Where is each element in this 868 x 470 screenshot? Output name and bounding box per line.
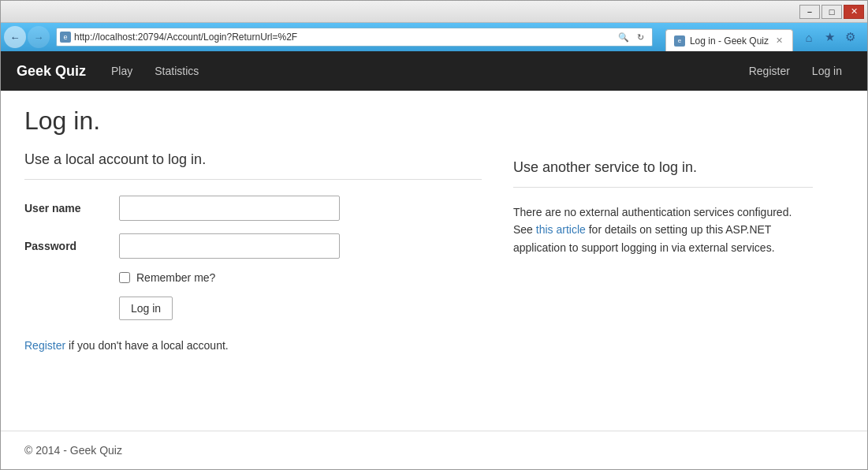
search-icon[interactable]: 🔍: [616, 29, 631, 45]
external-info-text: There are no external authentication ser…: [513, 203, 813, 256]
login-button[interactable]: Log in: [119, 297, 173, 320]
register-link[interactable]: Register: [24, 339, 65, 352]
nav-login-link[interactable]: Log in: [803, 60, 851, 82]
refresh-icon[interactable]: ↻: [633, 29, 649, 45]
browser-window: − □ ✕ ← → e http://localhost:20794/Accou…: [0, 0, 868, 470]
register-suffix-text: if you don't have a local account.: [69, 339, 229, 352]
tab-title: Log in - Geek Quiz: [690, 35, 769, 47]
nav-play-link[interactable]: Play: [102, 60, 142, 82]
address-bar[interactable]: e http://localhost:20794/Account/Login?R…: [56, 28, 653, 47]
title-bar: − □ ✕: [1, 1, 867, 23]
external-section-title: Use another service to log in.: [513, 159, 813, 176]
active-tab[interactable]: e Log in - Geek Quiz ✕: [665, 29, 793, 51]
nav-register-link[interactable]: Register: [739, 60, 799, 82]
home-icon[interactable]: ⌂: [801, 29, 817, 45]
footer-text: © 2014 - Geek Quiz: [24, 444, 122, 457]
title-bar-buttons: − □ ✕: [799, 5, 864, 19]
right-section-divider: [513, 187, 813, 188]
tab-bar: e Log in - Geek Quiz ✕: [665, 23, 793, 51]
address-bar-container: e http://localhost:20794/Account/Login?R…: [56, 23, 653, 51]
app-nav-right: Register Log in: [739, 60, 851, 82]
remember-me-group: Remember me?: [119, 271, 482, 284]
address-favicon: e: [60, 32, 71, 43]
address-text: http://localhost:20794/Account/Login?Ret…: [74, 32, 616, 43]
remember-me-checkbox[interactable]: [119, 272, 130, 283]
two-column-layout: Use a local account to log in. User name…: [24, 151, 813, 352]
app-nav-links: Play Statistics: [102, 60, 208, 82]
address-actions: 🔍 ↻: [616, 29, 649, 45]
app-navbar: Geek Quiz Play Statistics Register Log i…: [1, 51, 867, 91]
settings-icon[interactable]: ⚙: [842, 29, 858, 45]
back-button[interactable]: ←: [4, 26, 26, 48]
remember-me-label: Remember me?: [136, 271, 215, 284]
page-wrapper: Geek Quiz Play Statistics Register Log i…: [1, 51, 867, 469]
password-group: Password: [24, 233, 482, 259]
app-brand[interactable]: Geek Quiz: [17, 63, 86, 80]
this-article-link[interactable]: this article: [536, 223, 586, 236]
username-group: User name: [24, 196, 482, 221]
close-button[interactable]: ✕: [844, 5, 864, 19]
browser-actions: ⌂ ★ ⚙: [795, 23, 864, 51]
right-column: Use another service to log in. There are…: [513, 151, 813, 352]
nav-bar: ← → e http://localhost:20794/Account/Log…: [1, 23, 867, 51]
password-label: Password: [24, 240, 119, 252]
register-link-row: Register if you don't have a local accou…: [24, 339, 482, 352]
tab-close-button[interactable]: ✕: [773, 35, 784, 47]
local-section-title: Use a local account to log in.: [24, 151, 482, 168]
minimize-button[interactable]: −: [799, 5, 820, 19]
page-title: Log in.: [24, 106, 813, 136]
username-input[interactable]: [119, 196, 340, 221]
section-divider: [24, 179, 482, 180]
password-input[interactable]: [119, 233, 340, 259]
forward-button[interactable]: →: [28, 26, 50, 48]
username-label: User name: [24, 202, 119, 214]
left-column: Use a local account to log in. User name…: [24, 151, 482, 352]
main-content: Log in. Use a local account to log in. U…: [1, 91, 836, 431]
footer: © 2014 - Geek Quiz: [1, 431, 867, 469]
tab-favicon-icon: e: [674, 35, 685, 47]
nav-statistics-link[interactable]: Statistics: [145, 60, 208, 82]
restore-button[interactable]: □: [821, 5, 842, 19]
favorites-icon[interactable]: ★: [821, 29, 837, 45]
